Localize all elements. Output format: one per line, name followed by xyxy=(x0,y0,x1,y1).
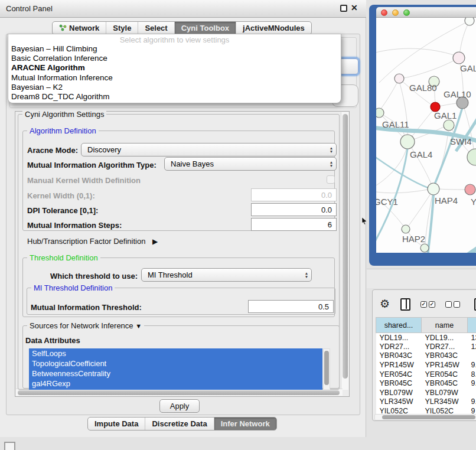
gear-icon[interactable]: ⚙ xyxy=(380,298,390,310)
data-attribute-item[interactable]: SelfLoops xyxy=(29,348,322,358)
network-node-gal1[interactable] xyxy=(444,120,454,131)
select-all-icon[interactable]: ✓✓ xyxy=(420,301,435,308)
algorithm-option[interactable]: ARACNE Algorithm xyxy=(8,63,341,73)
node-label: SWI4 xyxy=(450,136,472,146)
aracne-mode-combo[interactable]: Discovery ▲▼ xyxy=(81,143,337,156)
algorithm-option[interactable]: Mutual Information Inference xyxy=(8,73,341,83)
network-node-labels: GAL7GAL80GAL10GAL1GAL11GAL4SWI4GCY1HAP4Y… xyxy=(376,63,476,244)
table-row[interactable]: YBR043CYBR043C xyxy=(376,351,476,361)
minimize-traffic-light-icon[interactable] xyxy=(392,9,399,16)
network-node-hap2[interactable] xyxy=(402,225,410,233)
attributes-scrollbar-thumb[interactable] xyxy=(324,351,329,385)
data-attribute-item[interactable]: TopologicalCoefficient xyxy=(29,358,322,369)
which-threshold-label: Which threshold to use: xyxy=(50,272,138,281)
network-node-hap4[interactable] xyxy=(428,183,439,195)
network-node-gal4[interactable] xyxy=(400,135,415,149)
table-row[interactable]: YER054CYER054C8. xyxy=(376,370,476,379)
table-cell: YBR043C xyxy=(376,351,422,361)
table-cell: YBR045C xyxy=(422,379,468,388)
node-label: GAL7 xyxy=(460,63,476,73)
data-attribute-item[interactable]: gal4RGexp xyxy=(29,379,322,389)
network-node-gal7[interactable] xyxy=(453,52,465,64)
which-threshold-combo[interactable]: MI Threshold ▲▼ xyxy=(141,268,312,282)
network-graph[interactable]: GAL7GAL80GAL10GAL1GAL11GAL4SWI4GCY1HAP4Y… xyxy=(376,18,476,253)
network-node-gal80[interactable] xyxy=(395,74,404,83)
data-attributes-label: Data Attributes xyxy=(25,336,80,345)
tab-label: Infer Network xyxy=(221,419,270,428)
table-row[interactable]: YLR345WYLR345W9. xyxy=(376,397,476,407)
tab-select[interactable]: Select xyxy=(138,22,174,34)
manual-kernel-checkbox[interactable] xyxy=(327,175,335,184)
bottom-tab-infer-network[interactable]: Infer Network xyxy=(214,418,276,430)
close-icon[interactable]: ✕ xyxy=(351,3,358,12)
combo-steppers-icon: ▲▼ xyxy=(327,146,336,153)
kernel-width-field[interactable]: 0.0 xyxy=(251,188,337,201)
expand-arrow-icon[interactable]: ▶ xyxy=(152,237,158,246)
table-horizontal-scrollbar[interactable] xyxy=(374,414,476,420)
node-table[interactable]: shared...nameA YDL19...YDL19...13YDR27..… xyxy=(376,317,476,416)
table-row[interactable]: YDR27...YDR27...12 xyxy=(376,342,476,351)
tab-network[interactable]: Network xyxy=(53,22,106,34)
tab-cyni-toolbox[interactable]: Cyni Toolbox xyxy=(175,22,236,34)
tab-jactivemnodules[interactable]: jActiveMNodules xyxy=(236,22,311,34)
network-node[interactable] xyxy=(465,18,474,25)
minimized-panel-icon[interactable] xyxy=(4,442,15,450)
table-cell: YPR145W xyxy=(422,360,468,370)
vertical-scrollbar[interactable] xyxy=(341,112,348,390)
horizontal-scrollbar-thumb[interactable] xyxy=(18,390,340,395)
attributes-scrollbar[interactable] xyxy=(323,348,330,390)
table-cell: YPR145W xyxy=(376,360,422,370)
table-column-header[interactable]: name xyxy=(422,318,468,333)
table-row[interactable]: YDL19...YDL19...13 xyxy=(376,333,476,343)
network-window: GAL7GAL80GAL10GAL1GAL11GAL4SWI4GCY1HAP4Y… xyxy=(376,7,476,253)
mi-type-value: Naive Bayes xyxy=(165,159,327,168)
table-cell: 9. xyxy=(468,397,476,407)
manual-kernel-label: Manual Kernel Width Definition xyxy=(27,176,141,185)
mi-threshold-field[interactable]: 0.5 xyxy=(248,300,334,313)
bottom-tab-discretize-data[interactable]: Discretize Data xyxy=(145,418,214,430)
network-node[interactable] xyxy=(420,244,429,252)
table-scrollbar-thumb[interactable] xyxy=(382,415,475,419)
table-header-row[interactable]: shared...nameA xyxy=(376,318,476,333)
table-column-header[interactable]: shared... xyxy=(376,318,422,333)
network-node-gal11[interactable] xyxy=(376,108,384,118)
control-panel-tabbar: NetworkStyleSelectCyni ToolboxjActiveMNo… xyxy=(52,21,312,35)
deselect-all-icon[interactable] xyxy=(445,301,460,308)
network-view-frame[interactable]: GAL7GAL80GAL10GAL1GAL11GAL4SWI4GCY1HAP4Y… xyxy=(369,5,476,266)
bottom-tab-impute-data[interactable]: Impute Data xyxy=(88,418,145,430)
vertical-scrollbar-thumb[interactable] xyxy=(343,114,348,379)
data-attribute-item[interactable]: BetweennessCentrality xyxy=(29,369,322,379)
float-panel-icon[interactable] xyxy=(340,5,347,12)
mi-type-combo[interactable]: Naive Bayes ▲▼ xyxy=(164,157,337,171)
hub-definition-toggle[interactable]: Hub/Transcription Factor Definition ▶ xyxy=(27,237,158,246)
network-canvas[interactable]: GAL7GAL80GAL10GAL1GAL11GAL4SWI4GCY1HAP4Y… xyxy=(376,18,476,253)
apply-button[interactable]: Apply xyxy=(159,399,200,413)
table-cell: 9. xyxy=(468,360,476,370)
mi-threshold-label: Mutual Information Threshold: xyxy=(31,303,142,312)
table-cell xyxy=(468,351,476,361)
table-row[interactable]: YBL079WYBL079W xyxy=(376,388,476,397)
table-cell: 12 xyxy=(468,342,476,351)
mi-type-label: Mutual Information Algorithm Type: xyxy=(27,161,157,169)
algorithm-combo-partial[interactable] xyxy=(339,58,358,74)
network-node-ye[interactable] xyxy=(465,184,475,195)
algorithm-option[interactable]: Bayesian – K2 xyxy=(8,83,341,92)
algorithm-option[interactable]: Bayesian – Hill Climbing xyxy=(8,44,341,54)
tab-style[interactable]: Style xyxy=(106,22,138,34)
zoom-traffic-light-icon[interactable] xyxy=(403,9,410,16)
columns-icon[interactable] xyxy=(400,298,410,311)
mi-steps-field[interactable]: 6 xyxy=(251,218,337,231)
table-row[interactable]: YPR145WYPR145W9. xyxy=(376,360,476,370)
algorithm-option[interactable]: Dream8 DC_TDC Algorithm xyxy=(8,92,341,102)
table-row[interactable]: YBR045CYBR045C9. xyxy=(376,379,476,388)
table-column-header[interactable]: A xyxy=(468,318,476,333)
dpi-tolerance-field[interactable]: 0.0 xyxy=(251,203,337,216)
collapse-arrow-icon[interactable]: ▼ xyxy=(135,322,142,330)
network-window-titlebar[interactable] xyxy=(376,7,476,18)
tab-label: Select xyxy=(145,24,167,32)
algorithm-option[interactable]: Basic Correlation Inference xyxy=(8,54,341,63)
table-cell: YER054C xyxy=(422,370,468,379)
data-attributes-list[interactable]: SelfLoopsTopologicalCoefficientBetweenne… xyxy=(29,348,322,390)
close-traffic-light-icon[interactable] xyxy=(381,9,387,16)
aracne-mode-label: Aracne Mode: xyxy=(27,146,78,155)
